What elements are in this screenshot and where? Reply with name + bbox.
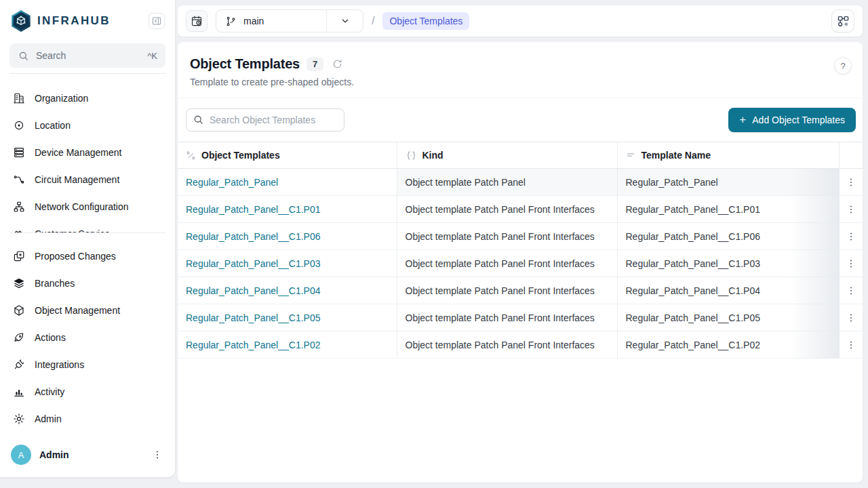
sidebar-item-label: Object Management (35, 305, 120, 316)
column-header-actions (839, 142, 863, 169)
row-menu-button[interactable] (843, 310, 859, 326)
help-button[interactable]: ? (834, 57, 852, 75)
cell-object-template: Regular_Patch_Panel__C1.P04 (178, 277, 397, 304)
sidebar-item-location[interactable]: Location (7, 112, 168, 139)
column-header-object-templates[interactable]: Object Templates (178, 142, 397, 169)
plug-icon (12, 359, 26, 371)
object-template-link[interactable]: Regular_Patch_Panel (186, 177, 278, 188)
cell-template-name: Regular_Patch_Panel__C1.P02 (617, 331, 839, 359)
page-subtitle: Template to create pre-shaped objects. (190, 77, 850, 87)
sidebar-item-network-configuration[interactable]: Network Configuration (7, 193, 168, 220)
cell-template-name: Regular_Patch_Panel__C1.P03 (617, 250, 839, 277)
branch-selector-caret[interactable] (326, 10, 363, 32)
row-menu-button[interactable] (843, 201, 859, 218)
row-menu-button[interactable] (843, 337, 859, 353)
add-object-templates-button[interactable]: + Add Object Templates (728, 108, 856, 132)
object-template-link[interactable]: Regular_Patch_Panel__C1.P01 (186, 204, 320, 215)
sidebar-menu-system: Proposed ChangesBranchesObject Managemen… (0, 233, 175, 432)
cell-template-name: Regular_Patch_Panel__C1.P05 (617, 304, 839, 331)
kebab-icon (846, 177, 856, 188)
object-template-link[interactable]: Regular_Patch_Panel__C1.P04 (186, 285, 320, 296)
sidebar-item-customer-service[interactable]: Customer Service (7, 220, 168, 232)
sidebar-search[interactable]: Search ^K (9, 43, 165, 68)
search-placeholder: Search (36, 50, 140, 61)
sidebar-item-circuit-management[interactable]: Circuit Management (7, 166, 168, 193)
cell-kind: Object template Patch Panel Front Interf… (397, 304, 617, 331)
sidebar-item-integrations[interactable]: Integrations (7, 351, 168, 378)
refresh-button[interactable] (330, 57, 344, 71)
sidebar-item-label: Activity (35, 386, 64, 397)
sidebar-item-label: Actions (35, 332, 66, 343)
handshake-icon (12, 228, 26, 232)
object-template-link[interactable]: Regular_Patch_Panel__C1.P02 (186, 340, 320, 350)
table-search (186, 108, 344, 131)
object-template-link[interactable]: Regular_Patch_Panel__C1.P03 (186, 258, 320, 269)
column-label: Kind (422, 150, 443, 161)
table-row[interactable]: Regular_Patch_Panel__C1.P02Object templa… (178, 331, 863, 359)
add-button-label: Add Object Templates (752, 115, 845, 125)
cell-object-template: Regular_Patch_Panel__C1.P01 (178, 196, 397, 223)
sidebar-menu-objects: OrganizationLocationDevice ManagementCir… (0, 74, 175, 232)
sidebar-item-object-management[interactable]: Object Management (7, 297, 168, 324)
sidebar-item-branches[interactable]: Branches (7, 270, 168, 297)
object-template-link[interactable]: Regular_Patch_Panel__C1.P05 (186, 312, 320, 323)
page-header: Object Templates 7 Template to create pr… (178, 42, 863, 98)
cell-kind: Object template Patch Panel Front Interf… (397, 277, 617, 304)
cell-kind: Object template Patch Panel Front Interf… (397, 223, 617, 250)
column-header-template-name[interactable]: Template Name (617, 142, 839, 169)
braces-icon (406, 150, 417, 161)
sidebar-item-organization[interactable]: Organization (7, 85, 168, 112)
table-row[interactable]: Regular_Patch_Panel__C1.P03Object templa… (178, 250, 863, 277)
breadcrumb-object-templates[interactable]: Object Templates (382, 12, 469, 30)
kebab-icon (846, 312, 856, 323)
cell-template-name: Regular_Patch_Panel__C1.P06 (617, 223, 839, 250)
brand-logo[interactable]: INFRAHUB (11, 10, 111, 32)
table-row[interactable]: Regular_Patch_Panel__C1.P01Object templa… (178, 196, 863, 223)
cell-object-template: Regular_Patch_Panel__C1.P06 (178, 223, 397, 250)
row-menu-button[interactable] (843, 174, 859, 190)
search-shortcut: ^K (147, 51, 157, 61)
row-menu-button[interactable] (843, 256, 859, 272)
sidebar-item-label: Network Configuration (35, 201, 129, 212)
table-row[interactable]: Regular_Patch_Panel__C1.P05Object templa… (178, 304, 863, 331)
user-menu-button[interactable] (151, 448, 164, 462)
page-title: Object Templates (190, 56, 300, 72)
cell-object-template: Regular_Patch_Panel__C1.P03 (178, 250, 397, 277)
plus-icon: + (739, 114, 746, 125)
sidebar-item-admin[interactable]: Admin (7, 405, 168, 432)
kebab-icon (152, 449, 163, 460)
sidebar-collapse-button[interactable] (149, 13, 165, 29)
refresh-icon (332, 58, 343, 70)
sidebar-item-label: Circuit Management (35, 174, 119, 185)
topbar: main / Object Templates (178, 5, 863, 37)
diff-icon (12, 250, 26, 262)
sidebar-item-proposed-changes[interactable]: Proposed Changes (7, 243, 168, 270)
layers-icon (12, 277, 26, 289)
sidebar: INFRAHUB Search ^K OrganizationLocationD… (0, 0, 175, 477)
branch-selector[interactable]: main (216, 9, 363, 33)
search-object-templates-input[interactable] (186, 108, 344, 131)
row-menu-button[interactable] (843, 283, 859, 299)
kebab-icon (846, 285, 856, 296)
object-template-link[interactable]: Regular_Patch_Panel__C1.P06 (186, 231, 320, 242)
table-row[interactable]: Regular_Patch_Panel__C1.P06Object templa… (178, 223, 863, 250)
table-body: Regular_Patch_PanelObject template Patch… (178, 169, 863, 359)
sidebar-item-label: Device Management (35, 147, 121, 158)
column-header-kind[interactable]: Kind (397, 142, 617, 169)
row-menu-button[interactable] (843, 228, 859, 245)
user-card[interactable]: A Admin (0, 439, 175, 470)
table-row[interactable]: Regular_Patch_PanelObject template Patch… (178, 169, 863, 196)
sidebar-item-activity[interactable]: Activity (7, 378, 168, 405)
schema-button[interactable] (831, 9, 854, 33)
time-travel-button[interactable] (186, 10, 208, 32)
sidebar-item-device-management[interactable]: Device Management (7, 139, 168, 166)
avatar: A (11, 445, 31, 465)
table-row[interactable]: Regular_Patch_Panel__C1.P04Object templa… (178, 277, 863, 304)
calendar-clock-icon (191, 15, 203, 27)
chart-icon (12, 386, 26, 398)
sidebar-item-actions[interactable]: Actions (7, 324, 168, 351)
sidebar-item-label: Organization (35, 93, 88, 104)
main-area: main / Object Templates Object Templates… (175, 0, 868, 488)
object-templates-table: Object Templates Kind (178, 142, 863, 359)
cell-object-template: Regular_Patch_Panel (178, 169, 397, 196)
